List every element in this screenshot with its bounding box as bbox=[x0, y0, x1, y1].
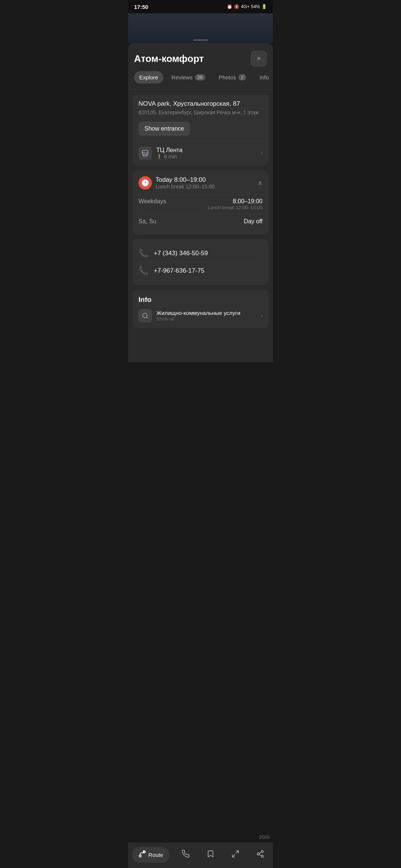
hours-time-sub-weekdays: Lunch break 12:00–15:00 bbox=[208, 205, 263, 210]
info-category: Жилищно-коммунальные услуги bbox=[156, 310, 256, 316]
tab-photos-label: Photos bbox=[219, 74, 236, 80]
info-chevron-icon: › bbox=[260, 312, 263, 319]
phone-icon-2: 📞 bbox=[138, 266, 149, 276]
hours-day-weekend: Sa, Su bbox=[138, 218, 156, 225]
hours-time-main-weekend: Day off bbox=[244, 218, 263, 225]
hours-time-main-weekdays: 8:00–19:00 bbox=[208, 198, 263, 205]
map-area bbox=[128, 13, 273, 43]
reviews-badge: 26 bbox=[195, 74, 205, 80]
phone-number-2[interactable]: +7-967-636-17-75 bbox=[154, 267, 205, 274]
address-card: NOVA park, Хрустальногорская, 87 620105,… bbox=[133, 94, 268, 166]
hours-row-weekend: Sa, Su Day off bbox=[138, 214, 263, 228]
status-icons: ⏰ 🔇 4G+ 54% 🔋 bbox=[227, 4, 267, 9]
divider-top bbox=[128, 89, 273, 90]
hours-time-weekdays: 8:00–19:00 Lunch break 12:00–15:00 bbox=[208, 198, 263, 210]
close-icon: × bbox=[257, 55, 261, 63]
phone-number-1[interactable]: +7 (343) 346-50-59 bbox=[154, 250, 208, 257]
phone-icon-1: 📞 bbox=[138, 249, 149, 258]
status-time: 17:50 bbox=[134, 4, 148, 10]
hours-today-main: Today 8:00–19:00 bbox=[156, 176, 254, 184]
phone-row-2[interactable]: 📞 +7-967-636-17-75 bbox=[138, 262, 263, 279]
svg-line-3 bbox=[146, 317, 147, 318]
tab-info-label: Info bbox=[260, 74, 269, 80]
hours-card: 🕐 Today 8:00–19:00 Lunch break 12:00–15:… bbox=[133, 170, 268, 234]
tab-info[interactable]: Info bbox=[254, 71, 273, 83]
info-show-all[interactable]: Show all bbox=[156, 316, 256, 322]
status-bar: 17:50 ⏰ 🔇 4G+ 54% 🔋 bbox=[128, 0, 273, 13]
address-sub: 620105, Екатеринбург, Широкая Речка м-н,… bbox=[138, 109, 263, 116]
place-title: Атом-комфорт bbox=[134, 53, 204, 65]
bottom-sheet: Атом-комфорт × Explore Reviews 26 Photos… bbox=[128, 43, 273, 362]
hours-row-weekdays: Weekdays 8:00–19:00 Lunch break 12:00–15… bbox=[138, 194, 263, 214]
info-category-row[interactable]: Жилищно-коммунальные услуги Show all › bbox=[138, 309, 263, 322]
battery-label: 54% bbox=[251, 4, 260, 9]
hours-header: 🕐 Today 8:00–19:00 Lunch break 12:00–15:… bbox=[138, 176, 263, 190]
transit-time: 🚶 6 min bbox=[156, 154, 256, 160]
show-entrance-button[interactable]: Show entrance bbox=[138, 122, 190, 136]
mute-icon: 🔇 bbox=[234, 4, 239, 9]
transit-row[interactable]: ТЦ Лента 🚶 6 min › bbox=[138, 141, 263, 160]
svg-point-2 bbox=[143, 313, 147, 318]
header: Атом-комфорт × bbox=[128, 43, 273, 71]
tab-photos[interactable]: Photos 2 bbox=[213, 71, 251, 83]
category-icon bbox=[138, 309, 152, 322]
svg-rect-0 bbox=[143, 150, 148, 155]
battery-icon: 🔋 bbox=[261, 4, 267, 9]
transit-info: ТЦ Лента 🚶 6 min bbox=[156, 147, 256, 160]
info-content: Жилищно-коммунальные услуги Show all bbox=[156, 310, 256, 322]
hours-expand-button[interactable]: ∧ bbox=[258, 179, 263, 187]
transit-time-value: 6 min bbox=[164, 154, 177, 160]
transit-name: ТЦ Лента bbox=[156, 147, 256, 154]
tabs-bar: Explore Reviews 26 Photos 2 Info bbox=[128, 71, 273, 89]
alarm-icon: ⏰ bbox=[227, 4, 232, 9]
transit-chevron-icon: › bbox=[260, 149, 263, 157]
phone-card: 📞 +7 (343) 346-50-59 📞 +7-967-636-17-75 bbox=[133, 239, 268, 285]
close-button[interactable]: × bbox=[251, 50, 267, 67]
hours-time-weekend: Day off bbox=[244, 218, 263, 225]
transit-icon bbox=[138, 147, 152, 160]
photos-badge: 2 bbox=[238, 74, 246, 80]
tab-explore-label: Explore bbox=[139, 74, 158, 80]
hours-day-weekdays: Weekdays bbox=[138, 198, 166, 210]
info-card: Info Жилищно-коммунальные услуги Show al… bbox=[133, 290, 268, 328]
tab-reviews-label: Reviews bbox=[172, 74, 193, 80]
tab-reviews[interactable]: Reviews 26 bbox=[166, 71, 211, 83]
walk-icon: 🚶 bbox=[156, 154, 163, 160]
hours-table: Weekdays 8:00–19:00 Lunch break 12:00–15… bbox=[138, 194, 263, 228]
info-title: Info bbox=[138, 296, 263, 304]
address-main: NOVA park, Хрустальногорская, 87 bbox=[138, 100, 263, 108]
clock-icon: 🕐 bbox=[138, 176, 152, 190]
hours-today-break: Lunch break 12:00–15:00 bbox=[156, 184, 254, 190]
tab-explore[interactable]: Explore bbox=[134, 71, 163, 83]
hours-today: Today 8:00–19:00 Lunch break 12:00–15:00 bbox=[156, 176, 254, 190]
phone-row-1[interactable]: 📞 +7 (343) 346-50-59 bbox=[138, 245, 263, 262]
signal-icon: 4G+ bbox=[241, 4, 250, 9]
